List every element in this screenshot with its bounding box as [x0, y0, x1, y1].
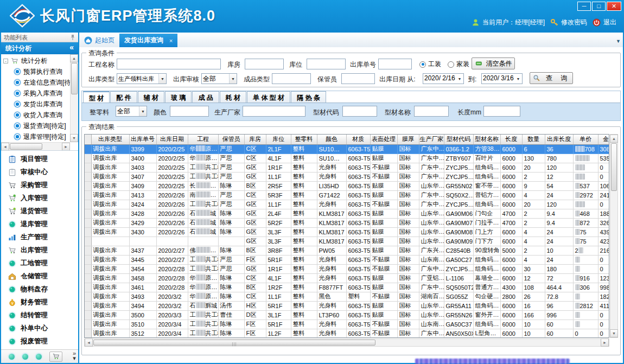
row-selector[interactable] [85, 310, 91, 320]
footer-module-icon[interactable] [22, 354, 28, 360]
table-row-15[interactable]: 调拨出库34582020/2/28华原…陈琳C区4L1F整料光身料6063-T5… [85, 273, 609, 283]
table-row-1[interactable]: 调拨出库33992020/2/25华原…严思C区2L1F整料SU10…6063-… [85, 144, 609, 154]
sidebar-item-14[interactable]: 补单中心 [1, 322, 78, 335]
column-header-19[interactable]: 单价 [573, 135, 598, 144]
outbound-no-input[interactable] [378, 59, 412, 69]
scroll-thumb[interactable] [71, 63, 78, 94]
table-row-11[interactable]: G区3L3F整料KLM38176063-T5贴膜国标山东华…GA90M09.门下… [85, 237, 609, 246]
tree-expander-icon[interactable]: - [3, 59, 8, 63]
row-selector[interactable] [85, 172, 91, 181]
row-selector[interactable] [85, 292, 91, 301]
row-selector[interactable] [85, 320, 91, 329]
row-selector[interactable] [85, 246, 91, 255]
radio-jiazhuang[interactable] [448, 61, 454, 68]
sidebar-item-11[interactable]: 物料盘存 [1, 283, 78, 296]
table-row-10[interactable]: 调拨出库34302020/2/26石城陈琳G区3L3F整料KLM38176063… [85, 227, 609, 237]
search-button[interactable]: 查 询 [530, 72, 573, 84]
scroll-thumb[interactable] [611, 143, 617, 191]
sidebar-item-8[interactable]: 出库管理 [1, 244, 78, 257]
row-selector[interactable] [85, 329, 91, 338]
table-row-13[interactable]: 调拨出库34452020/2/27工共工程严思F区5R1F整料光身料6063-T… [85, 255, 609, 264]
column-header-17[interactable]: 数量 [522, 135, 545, 144]
date-to-picker[interactable]: 2020/ 3/16▼ [481, 73, 523, 84]
tree-item-1[interactable]: 预算执行查询 [2, 66, 70, 77]
table-row-9[interactable]: 调拨出库34292020/2/26石城陈琳G区5R2F整料KLM38176063… [85, 218, 609, 227]
color-input[interactable] [170, 106, 209, 117]
warehouse-input[interactable] [245, 59, 284, 69]
row-selector[interactable] [85, 237, 91, 246]
sidebar-item-15[interactable]: 报废管理 [1, 335, 78, 348]
tree-item-4[interactable]: 发货出库查询 [2, 99, 70, 110]
row-selector[interactable] [85, 283, 91, 292]
sidebar-item-13[interactable]: 结转管理 [1, 309, 78, 322]
row-selector[interactable] [85, 154, 91, 163]
table-row-19[interactable]: 调拨出库35002020/3/3工共工程曹佳D区3L1F整料LT3P606063… [85, 310, 609, 320]
sidebar-item-5[interactable]: 退货管理 [1, 205, 78, 218]
column-header-5[interactable]: 保管员 [218, 135, 244, 144]
table-row-17[interactable]: 调拨出库34932020/3/2华原…陈琳C区1L1F整料黑色塑料不贴膜国标湖南… [85, 292, 609, 301]
project-name-input[interactable] [117, 59, 221, 69]
product-type-input[interactable] [272, 73, 311, 84]
keeper-input[interactable] [341, 73, 375, 84]
maximize-button[interactable]: □ [592, 2, 606, 11]
row-selector[interactable] [85, 200, 91, 209]
minimize-button[interactable]: ─ [577, 2, 591, 11]
outbound-type-select[interactable]: 生产领料出库▼ [117, 73, 167, 84]
column-header-16[interactable]: 长度 [500, 135, 522, 144]
table-row-3[interactable]: 调拨出库34032020/2/25工共工程严思G区1R1F整料光身料6063-T… [85, 163, 609, 172]
table-row-5[interactable]: 调拨出库34092020/2/25长…陈琳B区2R5F整料LI35HD6063-… [85, 181, 609, 190]
column-header-18[interactable]: 出库长度 [545, 135, 573, 144]
footer-cart-button[interactable] [49, 352, 62, 362]
scroll-thumb[interactable] [93, 340, 375, 346]
table-row-7[interactable]: 调拨出库34242020/2/26工共工程严思G区1L1F整料光身料6063-T… [85, 200, 609, 209]
table-row-18[interactable]: 调拨出库34942020/3/2石辉城汤伟H区5R1F整料光身料6063-T5贴… [85, 301, 609, 310]
tree-item-3[interactable]: 采购入库查询 [2, 88, 70, 99]
footer-module-icon[interactable] [36, 354, 42, 360]
sidebar-item-12[interactable]: 财务管理 [1, 296, 78, 309]
row-selector[interactable] [85, 163, 91, 172]
close-button[interactable]: ✕ [607, 2, 621, 11]
table-horizontal-scrollbar[interactable]: ◄ ► [84, 339, 609, 347]
tree-item-2[interactable]: 在途信息查询[待 [2, 77, 70, 88]
row-selector[interactable] [85, 209, 91, 218]
footer-module-icon[interactable] [9, 354, 15, 360]
column-header-3[interactable]: 出库日期 [156, 135, 188, 144]
tab-shipment-outbound-query[interactable]: 发货出库查询 × [119, 34, 177, 47]
row-selector[interactable] [85, 181, 91, 190]
whole-part-select[interactable]: 全部▼ [116, 106, 147, 117]
table-row-16[interactable]: 调拨出库34612020/2/28华原…陈琳B区1R2F整料F8877FT606… [85, 283, 609, 292]
tree-item-7[interactable]: 退库管理[待定] [2, 131, 70, 142]
tree-vertical-scrollbar[interactable]: ▲ ▼ [70, 54, 78, 142]
column-header-12[interactable]: 膜厚 [397, 135, 419, 144]
table-row-20[interactable]: 调拨出库35102020/3/4工共工程陈琳F区5R1F整料光身料6063-T5… [85, 320, 609, 329]
table-row-12[interactable]: 调拨出库34372020/2/27佛…陈琳B区3R8F整料PW056063-T5… [85, 246, 609, 255]
row-selector[interactable] [85, 144, 91, 154]
column-header-15[interactable]: 型材名称 [473, 135, 500, 144]
material-tab-2[interactable]: 配 件 [110, 91, 137, 103]
column-header-10[interactable]: 材质 [346, 135, 370, 144]
audit-status-select[interactable]: 全部▼ [201, 73, 237, 84]
table-row-8[interactable]: 调拨出库34282020/2/26石城陈琳G区2L4F整料KLM38176063… [85, 209, 609, 218]
table-row-14[interactable]: 调拨出库34542020/2/28工共工程严思G区1R1F整料光身料6063-T… [85, 264, 609, 273]
sidebar-item-10[interactable]: 仓储管理 [1, 270, 78, 283]
tree-horizontal-scrollbar[interactable]: ◄ ► [1, 142, 70, 150]
row-selector[interactable] [85, 273, 91, 283]
date-from-picker[interactable]: 2020/ 2/16▼ [423, 73, 464, 84]
table-row-6[interactable]: 调拨出库34132020/2/26南…严思C区5R3F整料G714226063-… [85, 190, 609, 200]
column-header-8[interactable]: 整零料 [291, 135, 317, 144]
manufacturer-input[interactable] [243, 106, 305, 117]
sidebar-item-9[interactable]: 工地管理 [1, 257, 78, 270]
tree-root[interactable]: -统计分析 [2, 55, 70, 66]
column-header-4[interactable]: 工程 [188, 135, 218, 144]
logout[interactable]: 退出 [592, 18, 616, 27]
sidebar-item-7[interactable]: 生产管理 [1, 231, 78, 244]
column-header-2[interactable]: 出库单号 [129, 135, 156, 144]
tree-item-5[interactable]: 收货入库查询 [2, 110, 70, 120]
pin-icon[interactable] [70, 34, 75, 41]
sidebar-item-4[interactable]: 入库管理 [1, 191, 78, 205]
tree-item-6[interactable]: 退货查询[待定] [2, 120, 70, 131]
row-selector[interactable] [85, 218, 91, 227]
material-tab-8[interactable]: 隔 热 条 [291, 91, 326, 103]
radio-gongzhuang[interactable] [419, 61, 426, 68]
footer-overflow-button[interactable]: »▾ [73, 351, 76, 361]
